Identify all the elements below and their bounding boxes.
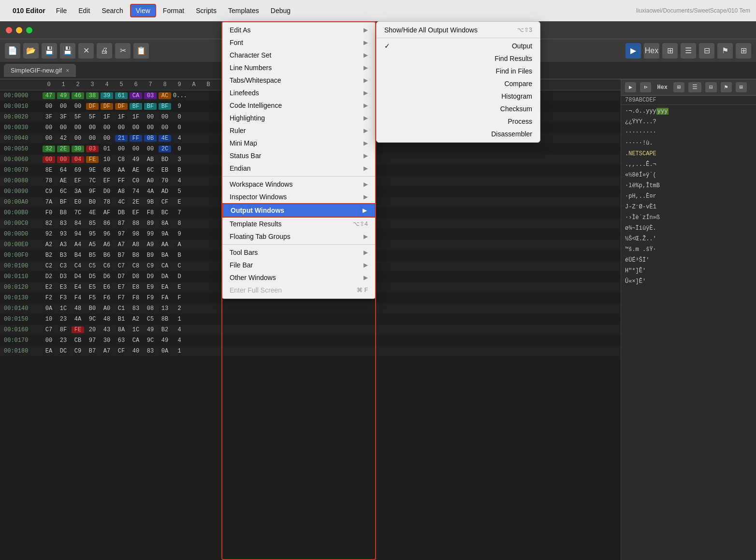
menu-tabs-whitespace[interactable]: Tabs/Whitespace ▶ — [222, 74, 376, 87]
ascii-col-header: 789ABCDEF — [621, 96, 756, 105]
run-button[interactable]: ▶ — [625, 43, 641, 59]
ascii-format-btn[interactable]: ⊞ — [673, 82, 684, 92]
ascii-row: ·¬.ó..yyyyyy — [625, 106, 752, 117]
menu-format[interactable]: Format — [158, 5, 189, 16]
menu-file-bar[interactable]: File Bar ▶ — [222, 259, 376, 271]
close-file-button[interactable]: ✕ — [78, 43, 94, 59]
menu-checksum[interactable]: ✓ Checksum — [377, 103, 540, 115]
ascii-layout-btn[interactable]: ☰ — [688, 82, 701, 92]
menu-compare[interactable]: ✓ Compare — [377, 77, 540, 90]
menu-edit-as[interactable]: Edit As ▶ — [222, 24, 376, 36]
ascii-row: ·lë%p,ÎtmB — [625, 180, 752, 191]
menu-template-results[interactable]: Template Results ⌥⇧4 — [222, 218, 376, 230]
menu-output[interactable]: ✓ Output — [377, 40, 540, 52]
submenu-arrow-icon: ▶ — [363, 181, 368, 188]
file-tab[interactable]: SimpleGIF-new.gif × — [4, 64, 76, 77]
menu-workspace-windows[interactable]: Workspace Windows ▶ — [222, 178, 376, 191]
menu-line-numbers[interactable]: Line Numbers ▶ — [222, 61, 376, 74]
format-button[interactable]: ⊞ — [662, 43, 678, 59]
flag-button[interactable]: ⚑ — [717, 43, 733, 59]
menu-font[interactable]: Font ▶ — [222, 36, 376, 49]
hex-row: 00:01700023CB973063CA9C494 — [0, 335, 621, 346]
copy-button[interactable]: 📋 — [133, 43, 149, 59]
maximize-button[interactable] — [26, 27, 32, 33]
save-as-button[interactable]: 💾 — [60, 43, 75, 59]
cut-button[interactable]: ✂ — [115, 43, 131, 59]
run-icon[interactable]: ▶ — [625, 82, 636, 92]
hex-mode-button[interactable]: Hex — [644, 43, 659, 59]
close-button[interactable] — [6, 27, 12, 33]
open-file-button[interactable]: 📂 — [23, 43, 39, 59]
main-content: 0 1 2 3 4 5 6 7 8 9 A B C D E F 00:00004… — [0, 79, 756, 560]
ascii-content: ·¬.ó..yyyyyy ¿¿ŸYY...? ········· ·····!ù… — [621, 105, 756, 288]
menu-histogram[interactable]: ✓ Histogram — [377, 90, 540, 103]
submenu-arrow-icon: ▶ — [363, 140, 368, 147]
ascii-row: «½8ëÍ»ÿ`( — [625, 170, 752, 180]
submenu-arrow-icon: ▶ — [363, 249, 368, 256]
menu-enter-full-screen[interactable]: Enter Full Screen ⌘ F — [222, 284, 376, 296]
shortcut-label: ⌘ F — [357, 287, 368, 294]
submenu-arrow-icon: ▶ — [363, 233, 368, 240]
bookmark-icon[interactable]: ⊳ — [640, 82, 651, 92]
menu-debug[interactable]: Debug — [266, 5, 295, 16]
hex-label: Hex — [655, 84, 669, 91]
columns-button[interactable]: ⊟ — [699, 43, 714, 59]
app-name: 010 Editor — [13, 7, 45, 15]
ascii-flag-btn[interactable]: ⚑ — [721, 82, 732, 92]
submenu-arrow-icon: ▶ — [363, 115, 368, 121]
layout-button[interactable]: ☰ — [681, 43, 696, 59]
menu-ruler[interactable]: Ruler ▶ — [222, 124, 376, 137]
grid-button[interactable]: ⊞ — [736, 43, 751, 59]
menu-tool-bars[interactable]: Tool Bars ▶ — [222, 246, 376, 259]
ascii-row: .NETSCAPE — [625, 148, 752, 159]
menu-search[interactable]: Search — [97, 5, 128, 16]
ascii-row: ·pH,..È¤r — [625, 191, 752, 202]
menu-view[interactable]: View — [130, 4, 156, 17]
menu-templates[interactable]: Templates — [223, 5, 264, 16]
menu-file[interactable]: File — [51, 5, 72, 16]
menubar: 010 Editor File Edit Search View Format … — [0, 0, 756, 21]
submenu-arrow-icon: ▶ — [363, 89, 368, 96]
hex-row: 00:0160C78FFE20438A1C49B24 — [0, 324, 621, 335]
view-menu-dropdown: Edit As ▶ Font ▶ Character Set ▶ Line Nu… — [221, 21, 376, 299]
menu-find-in-files[interactable]: ✓ Find in Files — [377, 65, 540, 77]
ascii-row: Û«×]Ê' — [625, 276, 752, 287]
menu-floating-tab-groups[interactable]: Floating Tab Groups ▶ — [222, 230, 376, 243]
ascii-row: ™š.m .šŸ· — [625, 244, 752, 255]
ascii-row: ¿¿ŸYY...? — [625, 117, 752, 127]
menu-status-bar[interactable]: Status Bar ▶ — [222, 149, 376, 162]
menu-separator-2 — [222, 244, 376, 245]
menu-linefeeds[interactable]: Linefeeds ▶ — [222, 87, 376, 99]
minimize-button[interactable] — [16, 27, 22, 33]
menu-show-hide-all-output[interactable]: Show/Hide All Output Windows ⌥⇧3 — [377, 24, 540, 36]
ascii-row: J-Z⁻Ø-vÈ1 — [625, 202, 752, 212]
submenu-arrow-icon: ▶ — [363, 102, 368, 109]
menu-process[interactable]: ✓ Process — [377, 115, 540, 128]
menu-find-results[interactable]: ✓ Find Results — [377, 52, 540, 65]
submenu-arrow-icon: ▶ — [363, 27, 368, 33]
menu-scripts[interactable]: Scripts — [191, 5, 221, 16]
save-file-button[interactable]: 💾 — [42, 43, 57, 59]
output-windows-submenu: Show/Hide All Output Windows ⌥⇧3 ✓ Outpu… — [376, 21, 540, 143]
ascii-grid-btn[interactable]: ⊞ — [736, 82, 747, 92]
ascii-col-btn[interactable]: ⊟ — [705, 82, 716, 92]
menu-other-windows[interactable]: Other Windows ▶ — [222, 271, 376, 284]
print-button[interactable]: 🖨 — [97, 43, 112, 59]
tab-close-button[interactable]: × — [66, 67, 69, 74]
menu-code-intelligence[interactable]: Code Intelligence ▶ — [222, 99, 376, 112]
submenu-arrow-icon: ▶ — [363, 39, 368, 46]
menu-mini-map[interactable]: Mini Map ▶ — [222, 137, 376, 149]
new-file-button[interactable]: 📄 — [5, 43, 20, 59]
menu-edit[interactable]: Edit — [73, 5, 95, 16]
ascii-row: ·›Ìè´zÍn»ß — [625, 212, 752, 223]
hex-row: 00:0180EADCC9B7A7CF40830A1 — [0, 346, 621, 356]
menu-character-set[interactable]: Character Set ▶ — [222, 49, 376, 61]
submenu-arrow-icon: ▶ — [363, 77, 368, 84]
menu-disassembler[interactable]: ✓ Disassembler — [377, 128, 540, 140]
submenu-arrow-icon: ▶ — [363, 52, 368, 59]
menu-inspector-windows[interactable]: Inspector Windows ▶ — [222, 191, 376, 203]
menu-output-windows[interactable]: Output Windows ▶ — [222, 203, 376, 218]
menu-endian[interactable]: Endian ▶ — [222, 162, 376, 175]
ascii-panel: ▶ ⊳ Hex ⊞ ☰ ⊟ ⚑ ⊞ 789ABCDEF ·¬.ó..yyyyyy… — [621, 79, 756, 560]
menu-highlighting[interactable]: Highlighting ▶ — [222, 112, 376, 124]
